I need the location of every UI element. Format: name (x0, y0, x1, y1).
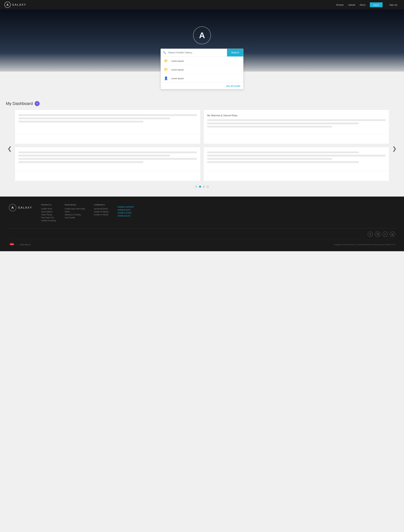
person-icon: 👤 (164, 76, 168, 80)
carousel-section: ❮ ❯ My Watched & Starred Roles (6, 110, 398, 188)
search-result-3[interactable]: 👤 Lorem ipsum (161, 74, 243, 83)
github-icon[interactable]: ⌥ (375, 232, 380, 237)
result-text-2: Lorem ipsum (171, 68, 184, 71)
footer-link-tower-editions[interactable]: Tower Editions (41, 211, 56, 213)
brand-name: GALAXY (12, 3, 26, 6)
placeholder-line (207, 152, 359, 153)
ansible-label: ANSIBLE (17, 244, 31, 246)
cards-grid: My Watched & Starred Roles (15, 110, 389, 181)
carousel-dot-2[interactable] (199, 186, 201, 188)
card-3 (15, 147, 200, 181)
footer-community-heading: COMMUNITY (94, 204, 109, 206)
footer-copyright: Copyright © 2016 Red Hat, Inc. | Securit… (334, 244, 395, 246)
edit-dashboard-button[interactable]: ✎ (35, 101, 40, 106)
footer-link-github[interactable]: Ansible on GitHub (94, 214, 109, 216)
carousel-prev-button[interactable]: ❮ (6, 144, 13, 153)
hero-logo: A (193, 26, 211, 44)
card-4-top (204, 147, 389, 171)
footer-link-case-studies[interactable]: Case Studies (65, 217, 85, 219)
search-icon: 🔍 (161, 51, 168, 54)
footer-link-videos[interactable]: Videos (65, 211, 85, 213)
redhat-logo: redhat (9, 242, 15, 247)
dashboard-header: My Dashboard ✎ (6, 101, 398, 106)
signup-button[interactable]: Sign Up (387, 2, 400, 7)
placeholder-line (19, 155, 170, 157)
placeholder-line (19, 117, 170, 119)
search-dropdown: 🔍 Search 📁 Lorem ipsum 📁 Lorem ipsum 👤 L… (160, 49, 244, 89)
placeholder-line (207, 161, 359, 163)
card-2: My Watched & Starred Roles (204, 110, 389, 144)
login-button[interactable]: Log In (370, 2, 383, 7)
search-button[interactable]: Search (227, 49, 243, 57)
footer: A GALAXY PRODUCTS Ansible Tower Tower Ed… (0, 196, 404, 251)
result-text-3: Lorem ipsum (171, 77, 184, 80)
footer-col-community: COMMUNITY Upcoming Events Ansible on Mee… (94, 204, 109, 222)
placeholder-line (19, 161, 143, 163)
footer-link-upcoming-events[interactable]: Upcoming Events (94, 208, 109, 210)
footer-link-quick-start[interactable]: Ansible Quick Start Guide (65, 208, 85, 210)
footer-col-products: PRODUCTS Ansible Tower Tower Editions To… (41, 204, 56, 222)
card-1-bottom (15, 133, 200, 144)
card-1-top (15, 110, 200, 133)
footer-col-resources: RESOURCES Ansible Quick Start Guide Vide… (65, 204, 85, 222)
carousel-dot-4[interactable] (207, 186, 209, 188)
card-2-top: My Watched & Starred Roles (204, 110, 389, 133)
footer-brand-name: GALAXY (18, 206, 32, 209)
carousel-next-button[interactable]: ❯ (391, 144, 398, 153)
card-2-bottom (204, 133, 389, 144)
result-text-1: Lorem ipsum (171, 60, 184, 62)
linkedin-icon[interactable]: in (390, 232, 395, 237)
see-all-link[interactable]: See all results (226, 85, 240, 87)
nav-about[interactable]: About (360, 4, 366, 6)
pencil-icon: ✎ (36, 102, 38, 105)
footer-bottom: redhat ANSIBLE Copyright © 2016 Red Hat,… (9, 240, 395, 247)
folder-icon-1: 📁 (164, 59, 168, 63)
footer-link-webinars[interactable]: Webinars & Training (65, 214, 85, 216)
footer-link-tower-pricing[interactable]: Tower Pricing (41, 214, 56, 216)
card-4 (204, 147, 389, 181)
footer-link-docs[interactable]: ANSIBLE DOCS (117, 209, 134, 211)
footer-link-support[interactable]: ANSIBLE SUPPORT (117, 206, 134, 208)
footer-link-blog[interactable]: ANSIBLE BLOG (117, 215, 134, 217)
facebook-icon[interactable]: f (382, 232, 388, 237)
footer-top: A GALAXY PRODUCTS Ansible Tower Tower Ed… (9, 204, 395, 222)
footer-columns: PRODUCTS Ansible Tower Tower Editions To… (41, 204, 395, 222)
card-4-bottom (204, 171, 389, 181)
search-input[interactable] (168, 49, 227, 56)
navbar: A GALAXY Browse Upload About Log In Sign… (0, 0, 404, 9)
card-3-bottom (15, 171, 200, 181)
footer-link-meetup[interactable]: Ansible on Meetup (94, 211, 109, 213)
search-result-1[interactable]: 📁 Lorem ipsum (161, 57, 243, 65)
footer-redhat: redhat ANSIBLE (9, 242, 31, 247)
footer-link-ansible-consulting[interactable]: Ansible Consulting (41, 220, 56, 222)
placeholder-line (19, 152, 197, 153)
logo-icon: A (4, 2, 11, 8)
carousel-dot-3[interactable] (203, 186, 205, 188)
footer-link-free-tower-trial[interactable]: Free Tower Trial (41, 217, 56, 219)
placeholder-line (207, 155, 385, 157)
placeholder-line (207, 119, 385, 121)
card-2-label: My Watched & Starred Roles (207, 114, 385, 117)
folder-icon-2: 📁 (164, 68, 168, 71)
placeholder-line (19, 158, 197, 160)
footer-link-ansible-tower[interactable]: Ansible Tower (41, 208, 56, 210)
see-all-results: See all results (161, 83, 243, 89)
search-result-2[interactable]: 📁 Lorem ipsum (161, 65, 243, 74)
twitter-icon[interactable]: 𝕏 (368, 232, 373, 237)
dashboard-title: My Dashboard (6, 101, 33, 106)
footer-link-store[interactable]: ANSIBLE STORE (117, 212, 134, 214)
nav-browse[interactable]: Browse (336, 4, 344, 6)
nav-upload[interactable]: Upload (348, 4, 355, 6)
redhat-icon: redhat (9, 242, 15, 247)
main-content: My Dashboard ✎ ❮ ❯ My Watched & Starred … (0, 71, 404, 196)
footer-resources-heading: RESOURCES (65, 204, 85, 206)
footer-social: 𝕏 ⌥ f in (9, 228, 395, 237)
nav-links: Browse Upload About Log In Sign Up (336, 2, 400, 7)
carousel-dot-1[interactable] (195, 186, 197, 188)
placeholder-line (19, 114, 197, 116)
carousel-dots (15, 186, 389, 188)
card-1 (15, 110, 200, 144)
footer-products-heading: PRODUCTS (41, 204, 56, 206)
hero-section: A 🔍 Search 📁 Lorem ipsum 📁 Lorem ipsum 👤… (0, 9, 404, 71)
navbar-logo[interactable]: A GALAXY (4, 2, 26, 8)
